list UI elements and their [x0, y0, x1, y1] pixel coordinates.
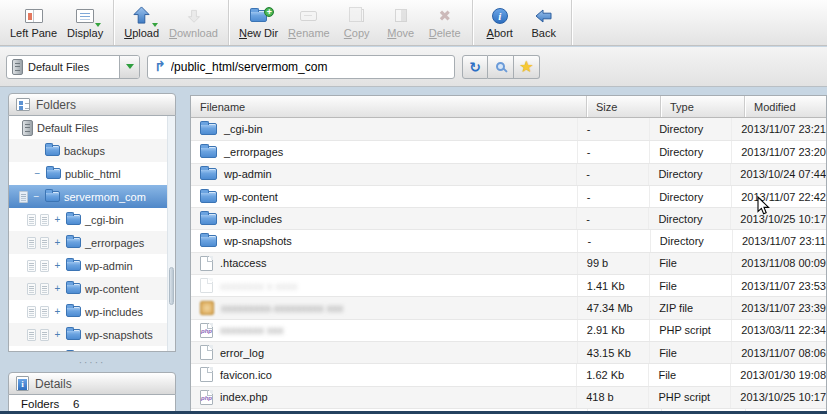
folder-icon [45, 191, 60, 202]
expand-expander-icon[interactable]: + [53, 284, 62, 294]
collapse-expander-icon[interactable]: − [33, 169, 42, 179]
path-input[interactable] [171, 60, 448, 74]
favorites-button[interactable]: ★ [514, 55, 540, 79]
mini-doc-icon [27, 283, 36, 295]
folder-tree: Default Files backups − public_html − se… [8, 116, 176, 352]
table-row[interactable]: _cgi-bin - Directory 2013/11/07 23:21 [191, 118, 826, 140]
new-dir-button[interactable]: + New Dir [234, 2, 283, 43]
details-folders-label: Folders [21, 398, 73, 410]
abort-button[interactable]: i Abort [478, 2, 522, 43]
file-icon [200, 278, 213, 293]
dropdown-arrow-icon [152, 23, 158, 27]
refresh-button[interactable]: ↻ [462, 55, 488, 79]
delete-icon: ✖ [438, 8, 451, 23]
folder-icon [66, 306, 81, 317]
tree-scrollbar[interactable] [167, 116, 175, 351]
sidebar-item-wp-content[interactable]: + wp-content [9, 277, 175, 300]
details-panel-header[interactable]: Details [8, 372, 176, 395]
search-icon [496, 62, 505, 71]
toolbar-group-transfer: Upload Download [114, 0, 229, 45]
green-dropdown-arrow-icon [126, 64, 134, 69]
table-row[interactable]: index.php 418 b PHP script 2013/10/25 10… [191, 386, 826, 408]
back-button[interactable]: Back [522, 2, 566, 43]
column-header-type[interactable]: Type [661, 96, 745, 117]
folders-panel-title: Folders [36, 98, 76, 112]
server-select[interactable]: Default Files [6, 55, 140, 79]
sidebar-item-partial[interactable]: + [9, 346, 175, 352]
details-panel-title: Details [35, 377, 72, 391]
table-row-redacted[interactable]: xxxxxxxx x xxxx 1.41 Kb File 2013/11/07 … [191, 274, 826, 296]
table-row[interactable]: wp-snapshots - Directory 2013/11/07 23:1… [191, 229, 826, 251]
folder-icon [66, 214, 81, 225]
column-header-size[interactable]: Size [587, 96, 661, 117]
mini-doc-icon [40, 237, 49, 249]
location-bar: Default Files ↱ ↻ ★ [0, 47, 827, 87]
expand-expander-icon[interactable]: + [53, 307, 62, 317]
folder-icon [46, 168, 61, 179]
download-label: Download [169, 27, 218, 39]
upload-button[interactable]: Upload [119, 2, 164, 43]
expand-expander-icon[interactable]: + [53, 238, 62, 248]
table-row[interactable]: wp-content - Directory 2013/11/07 22:42 [191, 185, 826, 207]
server-icon [12, 59, 23, 75]
details-panel-icon [16, 376, 29, 391]
sidebar-item-cgi-bin[interactable]: + _cgi-bin [9, 208, 175, 231]
plus-badge-icon: + [264, 7, 274, 17]
sidebar-item-default-files[interactable]: Default Files [9, 116, 175, 139]
table-row-redacted[interactable]: xxxxxxxxx-xxxxxxxxx xxx 47.34 Mb ZIP fil… [191, 296, 826, 318]
back-label: Back [531, 27, 555, 39]
mini-doc-icon [19, 191, 28, 203]
mini-doc-icon [27, 352, 36, 353]
expand-expander-icon[interactable]: + [53, 215, 62, 225]
display-icon [76, 9, 94, 23]
table-row[interactable]: .htaccess 99 b File 2013/11/08 00:09 [191, 252, 826, 274]
mini-doc-icon [40, 352, 49, 353]
delete-button[interactable]: ✖ Delete [423, 2, 467, 43]
sidebar-item-wp-admin[interactable]: + wp-admin [9, 254, 175, 277]
table-row[interactable]: favicon.ico 1.62 Kb File 2013/01/30 19:0… [191, 363, 826, 385]
move-button[interactable]: Move [379, 2, 423, 43]
table-row-redacted[interactable]: xxxxxxxx xxx 2.91 Kb PHP script 2013/03/… [191, 319, 826, 341]
table-row[interactable]: wp-admin - Directory 2013/10/24 07:44 [191, 163, 826, 185]
sidebar-item-public-html[interactable]: − public_html [9, 162, 175, 185]
sidebar-item-backups[interactable]: backups [9, 139, 175, 162]
file-table: Filename Size Type Modified _cgi-bin - D… [190, 95, 827, 414]
php-file-icon [200, 390, 213, 405]
zip-icon [200, 301, 214, 315]
left-pane-button[interactable]: Left Pane [5, 2, 62, 43]
sidebar-item-servermom-com[interactable]: − servermom_com [9, 185, 175, 208]
copy-button[interactable]: Copy [335, 2, 379, 43]
table-row[interactable]: wp-includes - Directory 2013/10/25 10:17 [191, 207, 826, 229]
search-button[interactable] [488, 55, 514, 79]
table-row[interactable]: _errorpages - Directory 2013/11/07 23:20 [191, 140, 826, 162]
panel-splitter[interactable]: ····· [8, 352, 176, 372]
mini-doc-icon [40, 260, 49, 272]
server-select-dropdown-button[interactable] [119, 56, 139, 78]
star-icon: ★ [519, 59, 533, 75]
abort-label: Abort [487, 27, 513, 39]
column-header-modified[interactable]: Modified [745, 96, 826, 117]
table-row[interactable]: error_log 43.15 Kb File 2013/11/07 08:06 [191, 341, 826, 363]
column-header-filename[interactable]: Filename [191, 96, 587, 117]
sidebar-item-wp-includes[interactable]: + wp-includes [9, 300, 175, 323]
folder-icon [200, 168, 217, 180]
folders-panel-header[interactable]: Folders [8, 93, 176, 116]
table-header: Filename Size Type Modified [191, 96, 826, 118]
collapse-expander-icon[interactable]: − [32, 192, 41, 202]
tree-scrollbar-thumb[interactable] [169, 267, 174, 305]
move-icon [395, 9, 407, 22]
sidebar-item-errorpages[interactable]: + _errorpages [9, 231, 175, 254]
download-button[interactable]: Download [164, 2, 223, 43]
rename-button[interactable]: Rename [283, 2, 335, 43]
display-button[interactable]: Display [62, 2, 108, 43]
folder-icon [66, 260, 81, 271]
folders-panel-icon [16, 98, 30, 111]
expand-expander-icon[interactable]: + [53, 330, 62, 340]
folder-icon [200, 213, 217, 225]
expand-expander-icon[interactable]: + [53, 261, 62, 271]
mini-doc-icon [27, 237, 36, 249]
sidebar-item-wp-snapshots[interactable]: + wp-snapshots [9, 323, 175, 346]
mini-doc-icon [40, 329, 49, 341]
path-field-container: ↱ [147, 55, 455, 79]
folder-icon [66, 329, 81, 340]
